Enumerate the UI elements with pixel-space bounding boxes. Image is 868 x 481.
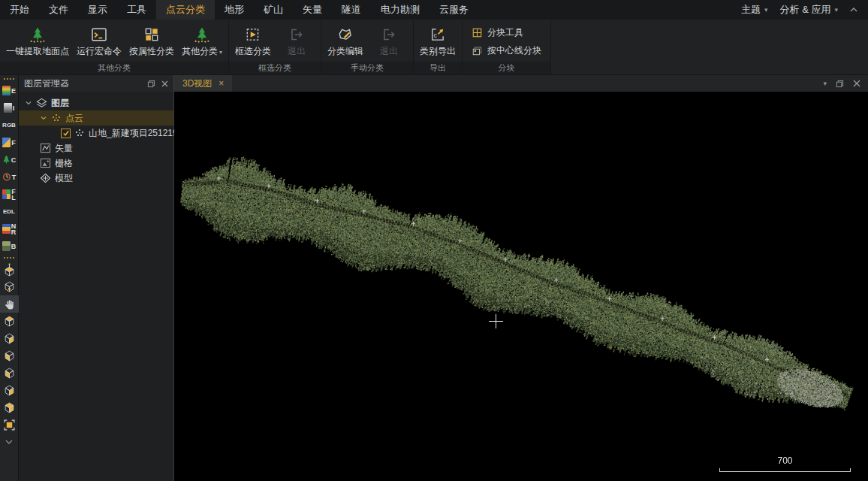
restore-window-icon[interactable] [836, 80, 844, 88]
tree-node-label: 山地_新建项目2512193 [89, 127, 182, 140]
button-label: 退出 [380, 45, 398, 58]
perspective-view-button[interactable] [0, 278, 19, 295]
view-right-button[interactable] [0, 382, 19, 399]
chevron-expanded-icon[interactable] [25, 99, 32, 107]
menu-tab-tunnel[interactable]: 隧道 [332, 0, 371, 20]
view-back-button[interactable] [0, 399, 19, 416]
close-panel-button[interactable] [161, 80, 168, 87]
display-mode-intensity-button[interactable]: I [0, 99, 19, 116]
collapse-ribbon-button[interactable] [850, 7, 857, 13]
menu-tab-file[interactable]: 文件 [39, 0, 78, 20]
display-mode-blend-button[interactable]: F [0, 134, 19, 151]
other-classify-button[interactable]: 其他分类▾ [178, 21, 226, 62]
close-view-icon[interactable] [853, 80, 860, 87]
close-icon [161, 80, 168, 87]
chevron-up-icon [850, 7, 857, 13]
extract-ground-points-button[interactable]: 一键提取地面点 [2, 21, 73, 62]
ribbon-group-other-classify: 一键提取地面点 运行宏命令 按属性分类 其他分类▾ 其他分类 [0, 20, 229, 74]
polygon-edit-icon [336, 25, 354, 43]
chevron-expanded-icon[interactable] [40, 114, 47, 122]
analysis-app-dropdown[interactable]: 分析 & 应用 ▾ [780, 3, 838, 17]
centerline-block-icon [472, 45, 483, 56]
tab-3d-view[interactable]: 3D视图 × [174, 75, 232, 92]
button-label: 分块工具 [487, 26, 523, 39]
theme-dropdown[interactable]: 主题 ▾ [741, 3, 768, 17]
display-mode-b-button[interactable]: B [0, 237, 19, 255]
check-icon [62, 129, 70, 137]
display-mode-rgb-button[interactable]: RGB [0, 116, 19, 134]
cube-bottom-face-icon [3, 332, 16, 345]
box-select-classify-button[interactable]: 框选分类 [231, 21, 275, 62]
menu-tab-start[interactable]: 开始 [0, 0, 39, 20]
elevation-ramp-icon [2, 86, 11, 95]
display-mode-edl-button[interactable]: EDL [0, 203, 19, 220]
grid-squares-icon [143, 25, 161, 43]
scale-bar-label: 700 [777, 455, 792, 466]
ribbon-empty-area [551, 20, 868, 74]
pivot-view-button[interactable] [0, 261, 19, 278]
block-by-centerline-button[interactable]: 按中心线分块 [472, 44, 541, 57]
display-mode-classification-button[interactable]: C [0, 151, 19, 168]
tree-node-label: 栅格 [55, 157, 73, 170]
viewport-3d: 3D视图 × ▾ 700 [174, 75, 868, 481]
chevron-down-icon: ▾ [834, 6, 838, 14]
block-grid-icon [472, 27, 483, 38]
tree-node-model[interactable]: 模型 [19, 171, 173, 186]
menu-tab-vector[interactable]: 矢量 [293, 0, 332, 20]
classify-by-attribute-button[interactable]: 按属性分类 [125, 21, 178, 62]
menu-tab-power-survey[interactable]: 电力勘测 [371, 0, 429, 20]
terminal-icon [90, 25, 108, 43]
pan-tool-button[interactable] [0, 295, 19, 313]
point-cloud-canvas[interactable] [174, 92, 868, 481]
tree-node-raster[interactable]: 栅格 [19, 156, 173, 171]
layer-manager-titlebar: 图层管理器 [19, 75, 173, 92]
tab-list-dropdown[interactable]: ▾ [823, 80, 827, 87]
display-mode-nr-button[interactable]: NR [0, 220, 19, 237]
chevron-down-icon: ▾ [764, 6, 768, 14]
dice-cube-icon [3, 280, 16, 293]
tree-node-vector[interactable]: 矢量 [19, 141, 173, 156]
blend-icon [2, 138, 11, 147]
layer-visibility-checkbox[interactable] [61, 129, 71, 138]
button-label: 框选分类 [235, 45, 271, 58]
view-bottom-button[interactable] [0, 330, 19, 347]
menu-tab-tools[interactable]: 工具 [117, 0, 156, 20]
raster-image-icon [40, 158, 51, 168]
dock-more-button[interactable] [0, 434, 19, 451]
float-panel-button[interactable] [147, 80, 155, 88]
tree-node-pointcloud-item[interactable]: 山地_新建项目2512193 [19, 126, 173, 141]
category-export-button[interactable]: c 类别导出 [416, 21, 460, 62]
display-mode-elevation-button[interactable]: E [0, 82, 19, 99]
block-tool-button[interactable]: 分块工具 [472, 26, 541, 39]
zoom-extent-button[interactable] [0, 416, 19, 434]
axis-cube-icon [3, 263, 16, 277]
theme-label: 主题 [741, 3, 761, 17]
layer-tree: 图层 点云 山地_新建项目2512193 矢量 栅格 [19, 92, 173, 186]
display-mode-time-button[interactable]: T [0, 168, 19, 186]
button-label: 退出 [288, 45, 306, 58]
menu-tab-pointcloud-classify[interactable]: 点云分类 [156, 0, 215, 20]
cube-right-face-icon [3, 384, 16, 397]
dock-drag-handle[interactable] [0, 76, 19, 82]
view-left-button[interactable] [0, 347, 19, 365]
tree-node-pointcloud[interactable]: 点云 [19, 110, 173, 126]
display-mode-fl-button[interactable]: FL [0, 186, 19, 203]
view-front-button[interactable] [0, 365, 19, 382]
menu-tab-terrain[interactable]: 地形 [215, 0, 254, 20]
blend-b-icon [2, 241, 11, 251]
classify-edit-button[interactable]: 分类编辑 [324, 21, 367, 62]
tree-node-layers[interactable]: 图层 [19, 95, 173, 110]
close-tab-icon[interactable]: × [219, 78, 224, 89]
menu-tab-display[interactable]: 显示 [78, 0, 117, 20]
menu-tab-mine[interactable]: 矿山 [254, 0, 293, 20]
ribbon: 一键提取地面点 运行宏命令 按属性分类 其他分类▾ 其他分类 [0, 20, 868, 75]
run-macro-button[interactable]: 运行宏命令 [73, 21, 125, 62]
layer-manager-panel: 图层管理器 图层 点云 山地_新建项目2512193 [19, 75, 174, 481]
category-export-icon: c [429, 25, 447, 43]
view-top-button[interactable] [0, 313, 19, 330]
ribbon-group-label: 分块 [463, 62, 550, 74]
ribbon-group-manual-classify: 分类编辑 退出 手动分类 [321, 20, 414, 74]
ribbon-group-box-select: 框选分类 退出 框选分类 [229, 20, 321, 74]
menu-tab-cloud-service[interactable]: 云服务 [429, 0, 478, 20]
left-dock-toolbar: E I RGB F C T FL EDL NR B [0, 75, 19, 481]
